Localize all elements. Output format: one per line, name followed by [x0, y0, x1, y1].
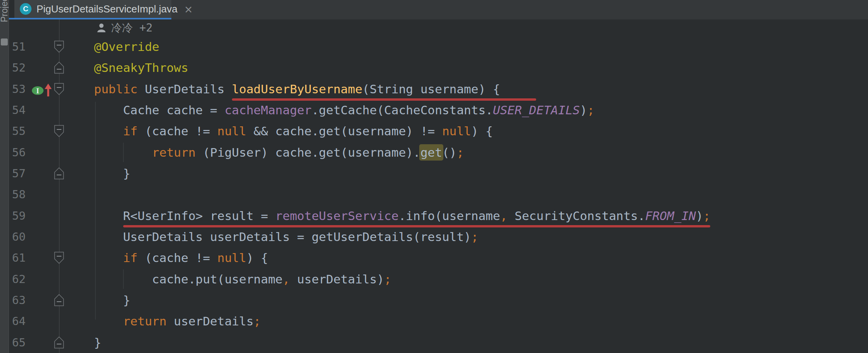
code-segment-const: FROM_IN: [645, 209, 696, 223]
author-annotation[interactable]: 冷冷 +2: [0, 20, 153, 36]
sidebar-item-project[interactable]: Project: [0, 0, 9, 26]
code-segment-kw: return: [152, 145, 195, 159]
code-line-53[interactable]: 53Ipublic UserDetails loadUserByUsername…: [0, 79, 868, 100]
tool-window-bar: Project: [0, 0, 9, 353]
code-line-64[interactable]: 64 return userDetails;: [0, 311, 868, 332]
code-text: return (PigUser) cache.get(username).get…: [94, 142, 464, 163]
code-segment-txt: ) {: [471, 124, 493, 138]
code-segment-txt: && cache.get(username) !=: [246, 124, 442, 138]
implements-method-icon: I: [31, 82, 55, 97]
code-segment-txt: (String username) {: [363, 82, 500, 96]
code-line-60[interactable]: 60 UserDetails userDetails = getUserDeta…: [0, 226, 868, 247]
active-tab-indicator: [9, 18, 171, 19]
code-segment-txt: UserDetails: [138, 82, 232, 96]
fold-marker-down[interactable]: [54, 125, 64, 139]
code-segment-decl: loadUserByUsername: [232, 82, 363, 96]
code-line-61[interactable]: 61 if (cache != null) {: [0, 247, 868, 268]
code-line-51[interactable]: 51@Override: [0, 36, 868, 57]
fold-marker-up[interactable]: [54, 167, 64, 181]
code-segment-txt: }: [94, 166, 130, 180]
code-segment-hl: get: [420, 145, 442, 159]
code-segment-punct: ;: [587, 103, 594, 117]
code-segment-kw: return: [123, 314, 167, 328]
code-segment-txt: UserDetails userDetails = getUserDetails…: [94, 230, 471, 244]
code-segment-punct: ;: [254, 314, 261, 328]
code-segment-ann: @SneakyThrows: [94, 61, 188, 75]
tab-bar-gap: [9, 0, 14, 19]
code-segment-txt: cache.put(username: [94, 272, 282, 286]
code-segment-txt: (PigUser) cache.get(username).: [195, 145, 420, 159]
code-segment-punct: ;: [384, 272, 392, 286]
close-icon[interactable]: ×: [184, 3, 193, 15]
code-text: public UserDetails loadUserByUsername(St…: [94, 79, 500, 100]
code-segment-txt: }: [94, 293, 130, 307]
author-annotation-text: 冷冷 +2: [111, 21, 153, 35]
code-line-62[interactable]: 62 cache.put(username, userDetails);: [0, 269, 868, 290]
code-editor[interactable]: 51@Override52@SneakyThrows53Ipublic User…: [0, 36, 868, 353]
svg-text:I: I: [36, 87, 39, 95]
code-text: if (cache != null) {: [94, 247, 268, 268]
code-segment-kw: public: [94, 82, 138, 96]
code-line-56[interactable]: 56 return (PigUser) cache.get(username).…: [0, 142, 868, 163]
author-icon: [96, 23, 106, 33]
code-segment-txt: R<UserInfo> result =: [94, 209, 275, 223]
code-text: return userDetails;: [94, 311, 261, 332]
class-icon: C: [20, 3, 31, 15]
code-text: Cache cache = cacheManager.getCache(Cach…: [94, 100, 594, 121]
fold-collapse-icon: [54, 252, 64, 264]
code-segment-punct: ;: [457, 145, 464, 159]
fold-collapse-icon: [54, 40, 64, 53]
code-segment-txt: [94, 314, 123, 328]
fold-expand-icon: [54, 294, 64, 306]
code-text: }: [94, 332, 101, 353]
code-segment-punct: ;: [471, 230, 479, 244]
code-text: @Override: [94, 36, 159, 57]
code-line-52[interactable]: 52@SneakyThrows: [0, 57, 868, 78]
code-line-54[interactable]: 54 Cache cache = cacheManager.getCache(C…: [0, 100, 868, 121]
fold-marker-down[interactable]: [54, 252, 64, 266]
fold-collapse-icon: [54, 125, 64, 137]
implements-method-icon[interactable]: I: [31, 82, 55, 99]
code-segment-punct: ,: [500, 209, 507, 223]
code-segment-txt: (cache !=: [138, 251, 217, 265]
fold-marker-down[interactable]: [54, 83, 64, 97]
code-line-55[interactable]: 55 if (cache != null && cache.get(userna…: [0, 121, 868, 142]
fold-marker-up[interactable]: [54, 294, 64, 308]
code-segment-kw: null: [217, 124, 246, 138]
code-segment-txt: userDetails): [290, 272, 384, 286]
code-segment-txt: [94, 145, 152, 159]
code-segment-txt: .info(username: [399, 209, 500, 223]
fold-expand-icon: [54, 61, 64, 74]
tab-title: PigUserDetailsServiceImpl.java: [37, 3, 178, 15]
code-line-65[interactable]: 65}: [0, 332, 868, 353]
code-segment-punct: ,: [282, 272, 290, 286]
code-segment-txt: [94, 251, 123, 265]
up-arrow-icon: [47, 88, 49, 96]
code-segment-const: USER_DETAILS: [493, 103, 580, 117]
code-segment-punct: ;: [703, 209, 711, 223]
fold-marker-up[interactable]: [54, 61, 64, 75]
code-segment-kw: if: [123, 124, 138, 138]
code-segment-kw: if: [123, 251, 138, 265]
fold-marker-down[interactable]: [54, 40, 64, 54]
tab-piguserdetailsserviceimpl[interactable]: C PigUserDetailsServiceImpl.java ×: [14, 0, 171, 18]
code-line-59[interactable]: 59 R<UserInfo> result = remoteUserServic…: [0, 205, 868, 226]
code-line-58[interactable]: 58: [0, 184, 868, 205]
tool-window-marker: [1, 38, 8, 45]
fold-marker-up[interactable]: [54, 336, 64, 350]
code-segment-txt: ): [580, 103, 587, 117]
code-line-63[interactable]: 63 }: [0, 290, 868, 311]
code-segment-txt: ) {: [246, 251, 268, 265]
code-segment-txt: [94, 124, 123, 138]
code-text: @SneakyThrows: [94, 57, 188, 78]
fold-expand-icon: [54, 167, 64, 180]
code-segment-txt: (cache !=: [138, 124, 217, 138]
code-text: UserDetails userDetails = getUserDetails…: [94, 226, 478, 247]
code-segment-txt: SecurityConstants.: [507, 209, 645, 223]
fold-collapse-icon: [54, 83, 64, 95]
code-text: R<UserInfo> result = remoteUserService.i…: [94, 205, 710, 226]
code-segment-kw: null: [442, 124, 471, 138]
code-line-57[interactable]: 57 }: [0, 163, 868, 184]
code-segment-kw: null: [217, 251, 246, 265]
ide-window: C PigUserDetailsServiceImpl.java × 冷冷 +2…: [0, 0, 868, 353]
